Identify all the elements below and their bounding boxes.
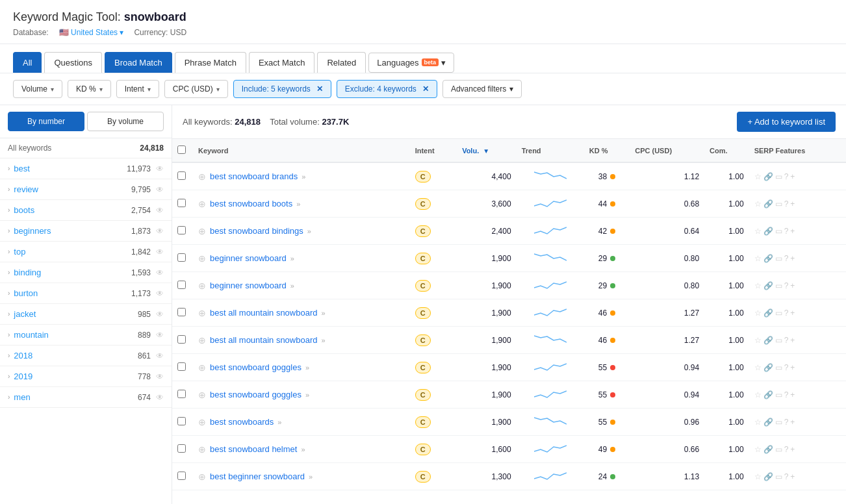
eye-icon[interactable]: 👁 bbox=[156, 393, 164, 402]
more-icon[interactable]: + bbox=[790, 445, 795, 454]
add-circle-icon[interactable]: ⊕ bbox=[198, 390, 206, 400]
more-icon[interactable]: + bbox=[790, 172, 795, 181]
col-serp[interactable]: SERP Features bbox=[749, 139, 846, 162]
eye-icon[interactable]: 👁 bbox=[156, 268, 164, 277]
add-circle-icon[interactable]: ⊕ bbox=[198, 335, 206, 346]
sidebar-keyword[interactable]: boots bbox=[14, 205, 34, 215]
sidebar-keyword[interactable]: burton bbox=[14, 288, 38, 298]
col-intent[interactable]: Intent bbox=[410, 139, 457, 162]
eye-icon[interactable]: 👁 bbox=[156, 310, 164, 319]
row-checkbox[interactable] bbox=[177, 417, 186, 425]
row-checkbox[interactable] bbox=[177, 390, 186, 398]
keyword-text[interactable]: best snowboard goggles bbox=[210, 362, 301, 372]
add-circle-icon[interactable]: ⊕ bbox=[198, 199, 206, 209]
list-item[interactable]: › jacket 985 👁 bbox=[0, 304, 172, 325]
eye-icon[interactable]: 👁 bbox=[156, 164, 164, 173]
cpc-filter[interactable]: CPC (USD) ▾ bbox=[164, 80, 228, 98]
eye-icon[interactable]: 👁 bbox=[156, 206, 164, 215]
clear-include-button[interactable]: ✕ bbox=[316, 84, 323, 94]
list-item[interactable]: › beginners 1,873 👁 bbox=[0, 221, 172, 242]
advanced-filters-btn[interactable]: Advanced filters ▾ bbox=[442, 80, 522, 98]
list-item[interactable]: › boots 2,754 👁 bbox=[0, 200, 172, 221]
keyword-text[interactable]: best snowboard brands bbox=[210, 171, 298, 181]
add-circle-icon[interactable]: ⊕ bbox=[198, 417, 206, 427]
eye-icon[interactable]: 👁 bbox=[156, 331, 164, 340]
list-item[interactable]: › men 674 👁 bbox=[0, 387, 172, 408]
add-circle-icon[interactable]: ⊕ bbox=[198, 253, 206, 264]
sort-by-volume-btn[interactable]: By volume bbox=[87, 112, 164, 131]
include-filter[interactable]: Include: 5 keywords ✕ bbox=[233, 80, 331, 98]
tab-exact[interactable]: Exact Match bbox=[249, 52, 315, 73]
database-country-link[interactable]: 🇺🇸 United States ▾ bbox=[59, 28, 124, 37]
keyword-text[interactable]: beginner snowboard bbox=[210, 253, 287, 263]
add-circle-icon[interactable]: ⊕ bbox=[198, 171, 206, 182]
keyword-text[interactable]: best all mountain snowboard bbox=[210, 335, 318, 345]
add-to-keyword-list-button[interactable]: + Add to keyword list bbox=[737, 112, 836, 132]
sidebar-keyword[interactable]: beginners bbox=[14, 226, 51, 236]
keyword-text[interactable]: best snowboard helmet bbox=[210, 444, 297, 454]
more-icon[interactable]: + bbox=[790, 336, 795, 345]
keyword-text[interactable]: best snowboard bindings bbox=[210, 226, 303, 236]
keyword-text[interactable]: best all mountain snowboard bbox=[210, 308, 318, 318]
eye-icon[interactable]: 👁 bbox=[156, 247, 164, 257]
sidebar-keyword[interactable]: binding bbox=[14, 268, 41, 277]
col-select-all[interactable] bbox=[172, 139, 193, 162]
list-item[interactable]: › top 1,842 👁 bbox=[0, 242, 172, 262]
sidebar-keyword[interactable]: jacket bbox=[14, 309, 36, 319]
tab-phrase[interactable]: Phrase Match bbox=[175, 52, 246, 73]
tab-questions[interactable]: Questions bbox=[44, 52, 102, 73]
list-item[interactable]: › 2019 778 👁 bbox=[0, 366, 172, 387]
add-circle-icon[interactable]: ⊕ bbox=[198, 362, 206, 373]
row-checkbox[interactable] bbox=[177, 199, 186, 207]
sidebar-keyword[interactable]: top bbox=[14, 247, 25, 257]
col-com[interactable]: Com. bbox=[704, 139, 749, 162]
add-circle-icon[interactable]: ⊕ bbox=[198, 472, 206, 482]
eye-icon[interactable]: 👁 bbox=[156, 351, 164, 360]
col-trend[interactable]: Trend bbox=[517, 139, 584, 162]
exclude-filter[interactable]: Exclude: 4 keywords ✕ bbox=[337, 80, 437, 98]
row-checkbox[interactable] bbox=[177, 171, 186, 180]
more-icon[interactable]: + bbox=[790, 254, 795, 263]
keyword-text[interactable]: best beginner snowboard bbox=[210, 472, 305, 481]
more-icon[interactable]: + bbox=[790, 227, 795, 236]
more-icon[interactable]: + bbox=[790, 472, 795, 481]
keyword-text[interactable]: beginner snowboard bbox=[210, 281, 287, 290]
sidebar-keyword[interactable]: best bbox=[14, 164, 30, 173]
sort-by-number-btn[interactable]: By number bbox=[8, 112, 84, 131]
add-circle-icon[interactable]: ⊕ bbox=[198, 281, 206, 291]
more-icon[interactable]: + bbox=[790, 363, 795, 372]
list-item[interactable]: › review 9,795 👁 bbox=[0, 179, 172, 200]
volume-filter[interactable]: Volume ▾ bbox=[13, 80, 62, 98]
row-checkbox[interactable] bbox=[177, 253, 186, 262]
tab-related[interactable]: Related bbox=[317, 52, 366, 73]
row-checkbox[interactable] bbox=[177, 472, 186, 480]
row-checkbox[interactable] bbox=[177, 444, 186, 453]
add-circle-icon[interactable]: ⊕ bbox=[198, 226, 206, 236]
sidebar-keyword[interactable]: men bbox=[14, 392, 30, 402]
tab-all[interactable]: All bbox=[13, 52, 42, 73]
list-item[interactable]: › binding 1,593 👁 bbox=[0, 262, 172, 283]
row-checkbox[interactable] bbox=[177, 308, 186, 316]
more-icon[interactable]: + bbox=[790, 309, 795, 318]
keyword-text[interactable]: best snowboard goggles bbox=[210, 390, 301, 399]
sidebar-keyword[interactable]: mountain bbox=[14, 330, 48, 340]
keyword-text[interactable]: best snowboard boots bbox=[210, 199, 292, 208]
clear-exclude-button[interactable]: ✕ bbox=[422, 84, 429, 94]
kd-filter[interactable]: KD % ▾ bbox=[68, 80, 111, 98]
col-keyword[interactable]: Keyword bbox=[193, 139, 410, 162]
col-kd[interactable]: KD % bbox=[584, 139, 630, 162]
add-circle-icon[interactable]: ⊕ bbox=[198, 444, 206, 455]
sidebar-keyword[interactable]: 2018 bbox=[14, 351, 32, 360]
sidebar-keyword[interactable]: 2019 bbox=[14, 372, 32, 381]
list-item[interactable]: › mountain 889 👁 bbox=[0, 325, 172, 346]
sidebar-keyword[interactable]: review bbox=[14, 184, 38, 194]
more-icon[interactable]: + bbox=[790, 390, 795, 399]
select-all-checkbox[interactable] bbox=[177, 145, 186, 154]
keyword-text[interactable]: best snowboards bbox=[210, 417, 274, 427]
eye-icon[interactable]: 👁 bbox=[156, 372, 164, 381]
list-item[interactable]: › burton 1,173 👁 bbox=[0, 283, 172, 304]
intent-filter[interactable]: Intent ▾ bbox=[116, 80, 159, 98]
row-checkbox[interactable] bbox=[177, 362, 186, 371]
row-checkbox[interactable] bbox=[177, 335, 186, 344]
more-icon[interactable]: + bbox=[790, 418, 795, 427]
